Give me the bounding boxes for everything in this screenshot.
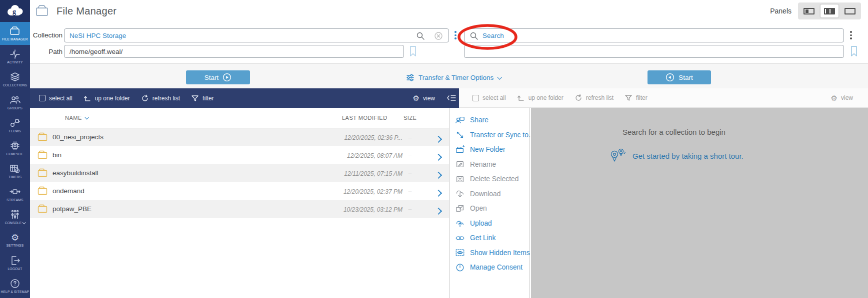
dual-panel-button[interactable] — [820, 4, 838, 17]
menu-item-upload[interactable]: Upload — [450, 216, 530, 231]
select-all-control[interactable]: select all — [39, 95, 72, 102]
sidebar-item-label: SETTINGS — [6, 244, 24, 247]
table-row[interactable]: potpaw_PBE 10/23/2025, 03:12 PM – — [30, 200, 449, 218]
search-icon — [470, 31, 478, 40]
sidebar-item-activity[interactable]: ACTIVITY — [0, 45, 30, 68]
file-size: – — [404, 134, 416, 141]
empty-state-message: Search for a collection to begin — [622, 128, 726, 136]
single-panel-button[interactable] — [800, 4, 818, 17]
question-circle-icon — [9, 279, 21, 289]
menu-item-manage-consent[interactable]: Manage Consent — [450, 260, 530, 275]
open-folder-chevron[interactable] — [436, 135, 441, 144]
file-size: – — [404, 152, 416, 159]
menu-item-share[interactable]: Share — [450, 113, 530, 128]
globus-logo[interactable]: g — [0, 0, 30, 22]
bookmark-icon[interactable] — [850, 45, 858, 57]
start-transfer-right-button[interactable]: Start — [648, 70, 711, 84]
menu-item-transfer-or-sync[interactable]: Transfer or Sync to... — [450, 128, 530, 143]
menu-item-download[interactable]: Download — [450, 187, 530, 202]
tour-link-label: Get started by taking a short tour. — [632, 152, 744, 160]
column-header-size[interactable]: SIZE — [404, 115, 416, 121]
up-one-folder-icon — [84, 94, 92, 102]
collection-label: Collection — [32, 31, 62, 39]
new-folder-icon — [455, 145, 465, 155]
detail-panel-button[interactable] — [841, 4, 859, 17]
refresh-list-button[interactable]: refresh list — [574, 94, 614, 102]
sidebar-item-label: COMPUTE — [6, 152, 24, 156]
file-name[interactable]: ondemand — [52, 187, 84, 195]
table-row[interactable]: easybuildinstall 12/11/2025, 07:15 AM – — [30, 164, 449, 182]
tour-link[interactable]: Get started by taking a short tour. — [609, 148, 744, 164]
sidebar-item-label: HELP & SITEMAP — [1, 290, 30, 294]
collection-options-menu-icon[interactable] — [454, 31, 456, 39]
start-transfer-left-button[interactable]: Start — [186, 70, 250, 84]
sidebar-item-timers[interactable]: TIMERS — [0, 160, 30, 183]
file-name[interactable]: potpaw_PBE — [52, 205, 92, 213]
single-panel-icon — [804, 8, 814, 14]
menu-item-new-folder[interactable]: New Folder — [450, 142, 530, 157]
select-all-checkbox[interactable] — [39, 95, 46, 101]
table-row[interactable]: bin 12/2/2025, 08:07 AM – — [30, 146, 449, 164]
filter-button[interactable]: filter — [624, 94, 648, 102]
sidebar-item-logout[interactable]: LOGOUT — [0, 252, 30, 275]
up-one-folder-button[interactable]: up one folder — [84, 94, 130, 102]
file-name[interactable]: easybuildinstall — [52, 169, 98, 177]
eye-icon — [455, 248, 465, 258]
panel-layout-group — [798, 2, 861, 19]
sidebar-item-compute[interactable]: COMPUTE — [0, 137, 30, 160]
select-all-control[interactable]: select all — [472, 94, 506, 101]
sidebar-item-streams[interactable]: STREAMS — [0, 183, 30, 206]
sidebar-item-flows[interactable]: FLOWS — [0, 114, 30, 137]
menu-item-rename[interactable]: Rename — [450, 157, 530, 172]
sidebar-item-collections[interactable]: COLLECTIONS — [0, 68, 30, 91]
menu-item-delete-selected[interactable]: Delete Selected — [450, 172, 530, 187]
select-all-label: select all — [482, 94, 506, 101]
search-icon[interactable] — [416, 31, 425, 40]
chevron-down-icon — [22, 221, 26, 224]
open-folder-chevron[interactable] — [436, 189, 441, 198]
file-name[interactable]: bin — [52, 151, 62, 159]
collection-input[interactable] — [64, 28, 449, 42]
sidebar-item-settings[interactable]: ⚙ SETTINGS — [0, 229, 30, 252]
left-panel-toolbar: select all up one folder refresh list fi… — [30, 88, 459, 108]
folder-icon — [38, 150, 48, 159]
sidebar-item-file-manager[interactable]: FILE MANAGER — [0, 22, 30, 45]
path-input[interactable] — [64, 45, 404, 58]
bookmark-icon[interactable] — [409, 45, 417, 57]
file-name[interactable]: 00_nesi_projects — [52, 133, 104, 141]
right-options-menu-icon[interactable] — [850, 31, 852, 39]
view-button[interactable]: ⚙ view — [413, 94, 435, 102]
activity-icon — [9, 49, 21, 59]
menu-item-open[interactable]: Open — [450, 201, 530, 216]
open-folder-chevron[interactable] — [436, 207, 441, 216]
column-header-name[interactable]: NAME — [65, 115, 88, 121]
view-button[interactable]: ⚙ view — [831, 94, 853, 102]
sidebar-item-help-sitemap[interactable]: HELP & SITEMAP — [0, 275, 30, 298]
select-all-checkbox[interactable] — [472, 95, 479, 101]
sidebar-item-groups[interactable]: GROUPS — [0, 91, 30, 114]
menu-item-label: New Folder — [470, 146, 506, 153]
open-folder-chevron[interactable] — [436, 171, 441, 180]
sidebar-item-console[interactable]: CONSOLE — [0, 206, 30, 229]
sidebar-item-label: TIMERS — [8, 175, 22, 179]
menu-item-show-hidden-items[interactable]: Show Hidden Items — [450, 246, 530, 261]
up-one-folder-button[interactable]: up one folder — [517, 94, 564, 102]
refresh-list-button[interactable]: refresh list — [141, 94, 180, 102]
right-path-input[interactable] — [464, 45, 844, 58]
clear-collection-icon[interactable] — [434, 31, 443, 40]
filter-button[interactable]: filter — [191, 94, 214, 102]
open-folder-chevron[interactable] — [436, 153, 441, 162]
folder-icon — [38, 186, 48, 195]
search-input[interactable] — [464, 28, 844, 42]
file-list-header: NAME LAST MODIFIED SIZE — [30, 108, 449, 128]
path-label: Path — [32, 48, 62, 55]
transfer-timer-options[interactable]: Transfer & Timer Options — [406, 70, 501, 84]
collapse-panel-icon[interactable] — [446, 93, 456, 103]
sliders-icon — [406, 73, 414, 82]
menu-item-get-link[interactable]: Get Link — [450, 231, 530, 246]
sidebar-item-label: CONSOLE — [5, 221, 26, 225]
table-row[interactable]: ondemand 12/20/2025, 02:37 PM – — [30, 182, 449, 200]
column-header-last-modified[interactable]: LAST MODIFIED — [342, 115, 388, 121]
select-all-label: select all — [49, 95, 72, 102]
table-row[interactable]: 00_nesi_projects 12/20/2025, 02:36 P... … — [30, 128, 449, 146]
